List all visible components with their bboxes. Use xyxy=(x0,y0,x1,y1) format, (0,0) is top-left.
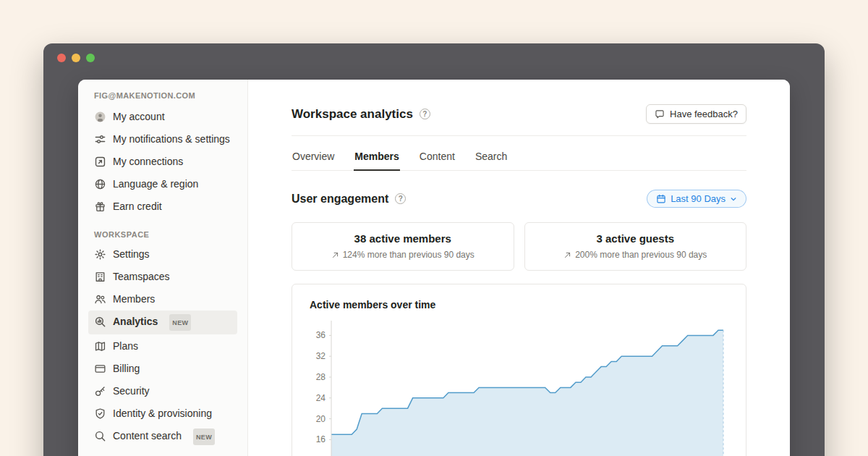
sidebar-item-label: Security xyxy=(113,384,150,398)
tab-content[interactable]: Content xyxy=(419,145,456,170)
sidebar-item-identity-provisioning[interactable]: Identity & provisioning xyxy=(88,402,237,424)
sidebar-item-teamspaces[interactable]: Teamspaces xyxy=(88,266,237,287)
page-header: Workspace analytics ? Have feedback? xyxy=(292,104,746,136)
arrow-up-right-box-icon xyxy=(94,156,106,168)
tab-search[interactable]: Search xyxy=(475,145,508,170)
map-icon xyxy=(94,340,106,352)
page-title: Workspace analytics xyxy=(292,107,413,122)
svg-text:20: 20 xyxy=(316,414,326,424)
building-icon xyxy=(94,271,106,283)
sidebar-item-label: Teamspaces xyxy=(113,269,170,284)
sidebar-item-my-connections[interactable]: My connections xyxy=(88,151,237,172)
shield-check-icon xyxy=(94,408,106,420)
tab-members[interactable]: Members xyxy=(354,145,399,171)
sidebar-item-plans[interactable]: Plans xyxy=(88,335,237,357)
gift-icon xyxy=(94,200,106,213)
stat-card-active-members: 38 active members 124% more than previou… xyxy=(292,222,514,271)
sidebar-item-label: My account xyxy=(113,109,165,124)
key-icon xyxy=(94,385,106,397)
chart-title: Active members over time xyxy=(310,299,728,311)
svg-text:16: 16 xyxy=(316,434,326,444)
analytics-magnifier-icon xyxy=(94,316,106,328)
trend-up-icon xyxy=(331,251,339,259)
user-engagement-header: User engagement ? Last 90 Days xyxy=(292,190,746,208)
tab-bar: Overview Members Content Search xyxy=(292,145,746,171)
sidebar-item-earn-credit[interactable]: Earn credit xyxy=(88,195,237,217)
zoom-window-button[interactable] xyxy=(86,54,95,62)
settings-sidebar: FIG@MAKENOTION.COM My account My notific… xyxy=(78,80,248,456)
stat-cards: 38 active members 124% more than previou… xyxy=(292,222,746,271)
sidebar-item-billing[interactable]: Billing xyxy=(88,358,237,379)
speech-bubble-icon xyxy=(655,109,665,119)
stat-delta: 124% more than previous 90 days xyxy=(299,250,506,260)
sidebar-item-notifications-settings[interactable]: My notifications & settings xyxy=(88,128,237,150)
sidebar-item-analytics[interactable]: Analytics NEW xyxy=(88,311,237,334)
sidebar-item-my-account[interactable]: My account xyxy=(88,106,237,127)
help-icon[interactable]: ? xyxy=(420,109,430,119)
trend-up-icon xyxy=(563,251,571,259)
sidebar-item-label: Plans xyxy=(113,339,138,353)
sidebar-item-members[interactable]: Members xyxy=(88,288,237,310)
sidebar-item-settings[interactable]: Settings xyxy=(88,243,237,265)
date-range-button[interactable]: Last 90 Days xyxy=(647,190,746,208)
have-feedback-label: Have feedback? xyxy=(670,109,738,119)
stat-delta: 200% more than previous 90 days xyxy=(532,250,739,260)
avatar-icon xyxy=(94,111,106,123)
settings-content: Workspace analytics ? Have feedback? Ove… xyxy=(248,80,790,456)
stat-delta-label: 200% more than previous 90 days xyxy=(575,250,707,260)
sidebar-item-label: Earn credit xyxy=(113,199,162,214)
calendar-icon xyxy=(656,194,666,204)
sidebar-item-label: Analytics xyxy=(113,314,158,329)
svg-text:24: 24 xyxy=(316,393,326,403)
globe-icon xyxy=(94,178,106,190)
sidebar-item-label: Settings xyxy=(113,247,150,261)
help-icon[interactable]: ? xyxy=(395,193,406,204)
chart-card: Active members over time 162024283236 xyxy=(292,284,746,456)
sidebar-item-label: Billing xyxy=(113,361,140,376)
stat-card-active-guests: 3 active guests 200% more than previous … xyxy=(524,222,747,271)
close-window-button[interactable] xyxy=(57,54,66,62)
stat-delta-label: 124% more than previous 90 days xyxy=(343,250,475,260)
sidebar-item-language-region[interactable]: Language & region xyxy=(88,173,237,195)
sidebar-item-label: Content search xyxy=(113,428,182,443)
new-badge: NEW xyxy=(169,314,191,331)
people-icon xyxy=(94,293,106,305)
minimize-window-button[interactable] xyxy=(72,54,80,62)
settings-modal: FIG@MAKENOTION.COM My account My notific… xyxy=(78,80,790,456)
sidebar-item-label: Language & region xyxy=(113,177,198,191)
svg-text:36: 36 xyxy=(316,330,326,340)
app-window: FIG@MAKENOTION.COM My account My notific… xyxy=(43,43,825,456)
have-feedback-button[interactable]: Have feedback? xyxy=(646,104,746,124)
sidebar-item-label: My notifications & settings xyxy=(113,132,230,146)
workspace-section-label: WORKSPACE xyxy=(88,230,237,239)
sidebar-item-security[interactable]: Security xyxy=(88,380,237,402)
stat-value: 3 active guests xyxy=(532,232,739,245)
svg-text:28: 28 xyxy=(316,372,326,382)
new-badge: NEW xyxy=(193,428,215,445)
date-range-label: Last 90 Days xyxy=(671,193,726,204)
members-chart: 162024283236 xyxy=(310,321,729,456)
window-titlebar xyxy=(43,43,825,72)
sidebar-item-content-search[interactable]: Content search NEW xyxy=(88,425,237,449)
sidebar-item-label: My connections xyxy=(113,154,183,169)
credit-card-icon xyxy=(94,363,106,375)
gear-icon xyxy=(94,248,106,261)
account-email-label: FIG@MAKENOTION.COM xyxy=(88,88,237,106)
user-engagement-title: User engagement xyxy=(292,193,388,206)
tab-overview[interactable]: Overview xyxy=(292,145,335,170)
search-icon xyxy=(94,430,106,442)
sidebar-item-label: Identity & provisioning xyxy=(113,406,212,421)
chevron-down-icon xyxy=(730,195,737,203)
svg-text:32: 32 xyxy=(316,351,326,361)
sidebar-item-label: Members xyxy=(113,292,155,306)
sliders-icon xyxy=(94,133,106,145)
stat-value: 38 active members xyxy=(299,232,506,245)
